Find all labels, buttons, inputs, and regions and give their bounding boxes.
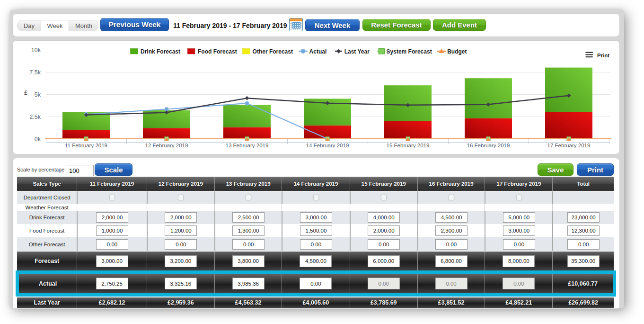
svg-text:15 February 2019: 15 February 2019: [387, 143, 430, 148]
svg-text:Drink Forecast: Drink Forecast: [141, 48, 180, 55]
svg-text:Other Forecast: Other Forecast: [253, 48, 293, 55]
svg-text:11 February 2019: 11 February 2019: [65, 143, 107, 148]
svg-text:5k: 5k: [35, 91, 41, 98]
svg-text:0k: 0k: [35, 136, 41, 143]
svg-text:2.5k: 2.5k: [29, 114, 41, 120]
svg-text:16 February 2019: 16 February 2019: [467, 143, 510, 148]
svg-text:System Forecast: System Forecast: [387, 48, 432, 55]
svg-text:Food Forecast: Food Forecast: [198, 48, 237, 55]
svg-text:Print: Print: [597, 53, 609, 58]
svg-text:13 February 2019: 13 February 2019: [226, 143, 269, 148]
svg-text:7.5k: 7.5k: [29, 69, 41, 76]
svg-text:Actual: Actual: [309, 48, 327, 55]
svg-text:14 February 2019: 14 February 2019: [306, 143, 349, 148]
svg-text:12 February 2019: 12 February 2019: [145, 143, 188, 148]
svg-text:10k: 10k: [31, 47, 41, 54]
svg-text:17 February 2019: 17 February 2019: [547, 143, 591, 148]
svg-text:Budget: Budget: [447, 48, 467, 55]
svg-text:Last Year: Last Year: [344, 48, 370, 55]
svg-text:£: £: [24, 89, 28, 96]
